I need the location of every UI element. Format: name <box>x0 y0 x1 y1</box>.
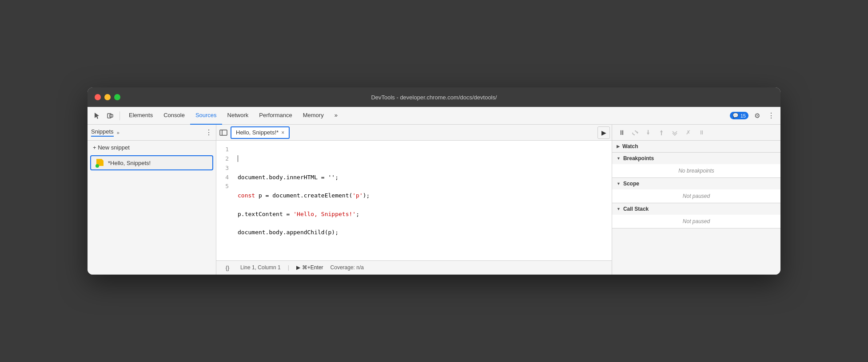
cursor-position: Line 1, Column 1 <box>240 264 281 271</box>
scope-chevron-icon: ▼ <box>617 181 621 186</box>
sidebar-toggle-icon[interactable] <box>218 127 229 138</box>
settings-icon[interactable]: ⚙ <box>751 110 763 122</box>
editor-tab-hello-snippets[interactable]: Hello, Snippets!* × <box>231 126 290 139</box>
deactivate-breakpoints-icon[interactable]: ✗ <box>682 127 694 138</box>
tab-memory[interactable]: Memory <box>298 107 329 125</box>
editor-statusbar: {} Line 1, Column 1 | ▶ ⌘+Enter Coverage… <box>216 260 612 275</box>
step-button[interactable] <box>669 127 681 138</box>
call-stack-header[interactable]: ▼ Call Stack <box>612 203 780 215</box>
traffic-lights <box>95 94 120 100</box>
code-line-2: document.body.innerHTML = ''; <box>238 173 608 182</box>
fullscreen-button[interactable] <box>114 94 120 100</box>
console-badge-icon: 💬 <box>733 113 739 118</box>
editor-tabs: Hello, Snippets!* × ▶ <box>216 125 612 141</box>
new-snippet-button[interactable]: + New snippet <box>88 141 216 154</box>
editor-tab-label: Hello, Snippets!* <box>236 129 279 136</box>
breakpoints-label: Breakpoints <box>623 155 654 161</box>
breakpoints-header[interactable]: ▼ Breakpoints <box>612 153 780 164</box>
main-toolbar: Elements Console Sources Network Perform… <box>88 107 780 125</box>
breakpoints-section: ▼ Breakpoints No breakpoints <box>612 153 780 178</box>
sidebar-more-icon[interactable]: » <box>115 130 119 135</box>
step-over-button[interactable] <box>629 127 641 138</box>
run-shortcut: ⌘+Enter <box>302 264 323 271</box>
snippet-hello-item[interactable]: *Hello, Snippets! <box>90 155 213 170</box>
console-badge-count: 15 <box>741 113 746 118</box>
step-out-button[interactable] <box>656 127 667 138</box>
pause-on-exception-icon[interactable]: ⏸ <box>696 127 707 138</box>
tab-more[interactable]: » <box>329 107 343 125</box>
run-statusbar[interactable]: ▶ ⌘+Enter <box>296 264 323 271</box>
svg-marker-4 <box>637 131 638 134</box>
close-button[interactable] <box>95 94 101 100</box>
statusbar-separator: | <box>288 264 289 271</box>
svg-rect-2 <box>220 130 227 135</box>
sidebar-menu-icon[interactable]: ⋮ <box>203 128 212 137</box>
scope-section: ▼ Scope Not paused <box>612 178 780 203</box>
device-toolbar-icon[interactable] <box>104 110 116 122</box>
code-line-1 <box>238 154 608 164</box>
step-into-button[interactable] <box>642 127 654 138</box>
coverage-status: Coverage: n/a <box>330 264 364 271</box>
more-options-icon[interactable]: ⋮ <box>765 110 777 122</box>
watch-header[interactable]: ▶ Watch <box>612 141 780 152</box>
sidebar: Snippets » ⋮ + New snippet *Hello, Snipp… <box>88 125 216 275</box>
scope-content: Not paused <box>612 189 780 203</box>
debugger-toolbar: ⏸ <box>612 125 780 141</box>
tab-sources[interactable]: Sources <box>190 107 222 125</box>
svg-marker-8 <box>660 130 663 132</box>
code-line-3: const p = document.createElement('p'); <box>238 191 608 201</box>
minimize-button[interactable] <box>104 94 111 100</box>
scope-header[interactable]: ▼ Scope <box>612 178 780 189</box>
devtools-window: DevTools - developer.chrome.com/docs/dev… <box>88 87 780 275</box>
code-editor[interactable]: document.body.innerHTML = ''; const p = … <box>234 144 612 257</box>
pause-button[interactable]: ⏸ <box>616 127 627 138</box>
devtools-body: Snippets » ⋮ + New snippet *Hello, Snipp… <box>88 125 780 275</box>
tab-navigation: Elements Console Sources Network Perform… <box>123 107 343 125</box>
line-numbers: 1 2 3 4 5 <box>216 144 234 257</box>
run-snippet-button[interactable]: ▶ <box>597 126 610 139</box>
run-icon: ▶ <box>601 129 606 136</box>
editor-area: Hello, Snippets!* × ▶ 1 2 3 4 5 document… <box>216 125 612 275</box>
sidebar-header: Snippets » ⋮ <box>88 125 216 141</box>
titlebar: DevTools - developer.chrome.com/docs/dev… <box>88 87 780 107</box>
console-badge[interactable]: 💬 15 <box>730 112 749 119</box>
editor-tab-close-icon[interactable]: × <box>281 130 284 136</box>
scope-label: Scope <box>623 181 639 187</box>
watch-section: ▶ Watch <box>612 141 780 153</box>
breakpoints-chevron-icon: ▼ <box>617 156 621 161</box>
watch-chevron-icon: ▶ <box>617 144 620 149</box>
sidebar-title: Snippets <box>91 128 114 137</box>
tab-performance[interactable]: Performance <box>254 107 297 125</box>
tab-console[interactable]: Console <box>158 107 190 125</box>
editor-content[interactable]: 1 2 3 4 5 document.body.innerHTML = ''; … <box>216 141 612 260</box>
right-panel: ⏸ <box>612 125 780 275</box>
call-stack-section: ▼ Call Stack Not paused <box>612 203 780 228</box>
svg-marker-6 <box>647 133 649 135</box>
window-title: DevTools - developer.chrome.com/docs/dev… <box>371 94 497 101</box>
snippet-name: *Hello, Snippets! <box>108 160 151 166</box>
run-arrow-icon: ▶ <box>296 264 300 271</box>
call-stack-content: Not paused <box>612 215 780 228</box>
toolbar-separator-1 <box>119 111 120 120</box>
select-tool-icon[interactable] <box>91 110 103 122</box>
code-line-4: p.textContent = 'Hello, Snippets!'; <box>238 210 608 219</box>
code-line-5: document.body.appendChild(p); <box>238 228 608 237</box>
tab-elements[interactable]: Elements <box>123 107 158 125</box>
format-icon[interactable]: {} <box>222 262 233 273</box>
call-stack-label: Call Stack <box>623 206 649 212</box>
tab-network[interactable]: Network <box>222 107 254 125</box>
snippet-file-icon <box>96 159 104 167</box>
call-stack-chevron-icon: ▼ <box>617 207 621 211</box>
watch-label: Watch <box>622 143 638 150</box>
breakpoints-content: No breakpoints <box>612 164 780 177</box>
toolbar-right: 💬 15 ⚙ ⋮ <box>730 110 777 122</box>
